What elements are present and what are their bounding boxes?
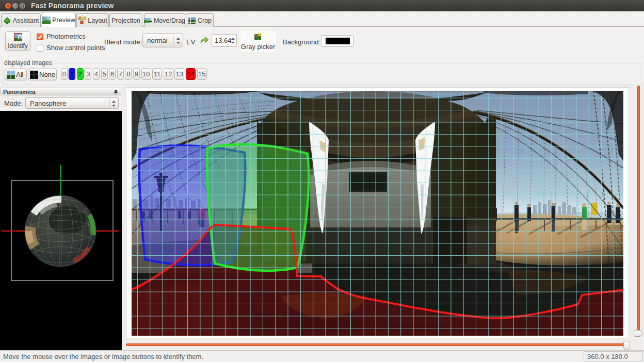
svg-text:1: 1 bbox=[19, 35, 21, 40]
